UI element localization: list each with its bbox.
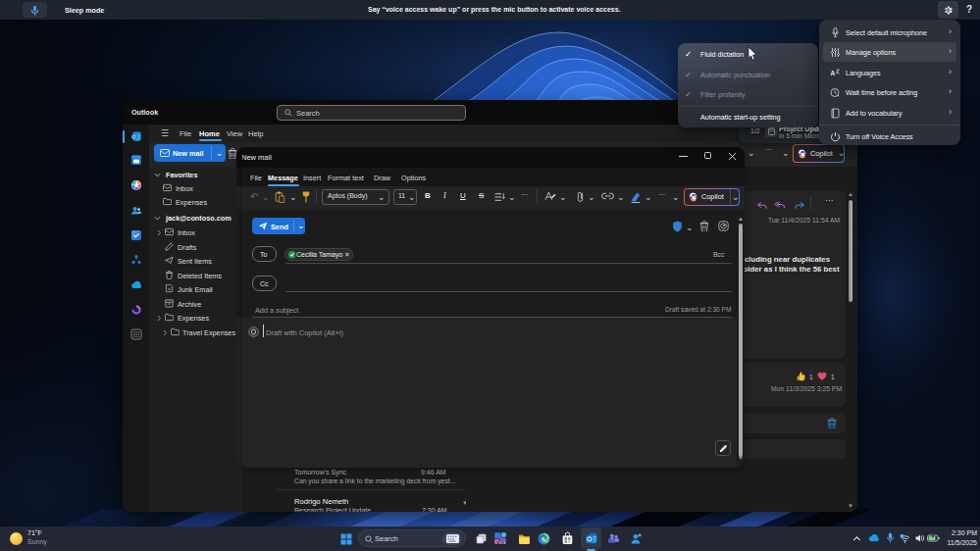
svg-text:A: A (831, 70, 836, 76)
svg-text:$: $ (902, 534, 903, 538)
svg-text:MSN: MSN (498, 541, 506, 545)
